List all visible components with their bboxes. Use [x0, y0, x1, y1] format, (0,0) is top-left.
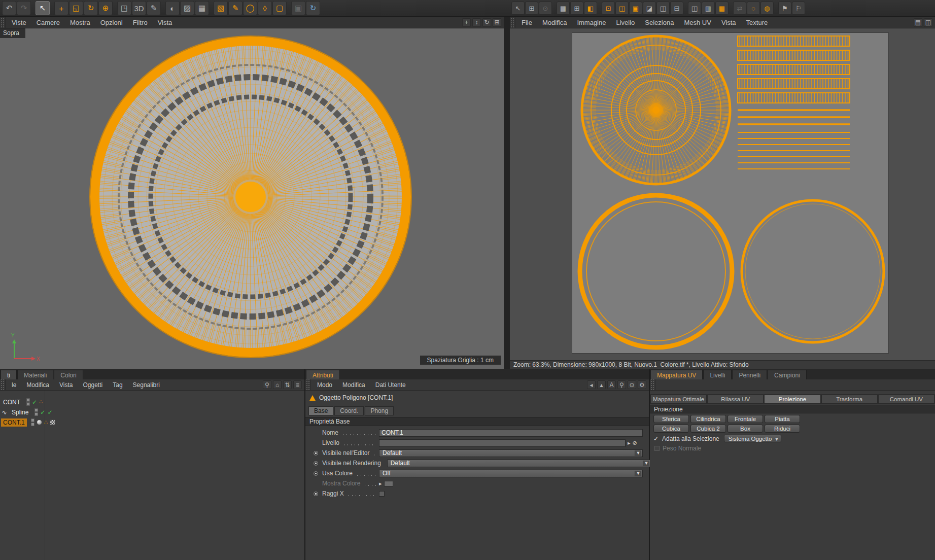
gear-icon[interactable]: ⚙ — [638, 380, 646, 389]
mode-tab-proiezione[interactable]: Proiezione — [764, 395, 820, 404]
menu-seleziona[interactable]: Seleziona — [640, 17, 679, 28]
drag-handle[interactable] — [0, 379, 6, 390]
undo-icon[interactable]: ↶ — [2, 1, 16, 15]
no-layer-icon[interactable]: ⊘ — [633, 440, 637, 446]
uv-grid-icon[interactable]: ⊞ — [525, 2, 538, 15]
menu-livello[interactable]: Livello — [611, 17, 640, 28]
live-selection-icon[interactable]: ↖ — [36, 1, 50, 15]
menu-file[interactable]: File — [516, 17, 537, 28]
menu-modifica[interactable]: Modifica — [21, 379, 54, 390]
toggle-layout-icon[interactable]: ⊞ — [493, 18, 501, 27]
animation-toggle-icon[interactable] — [314, 492, 318, 496]
layer-input[interactable] — [379, 439, 626, 447]
half-orange-icon[interactable]: ◧ — [584, 2, 597, 15]
visibility-dot[interactable] — [31, 423, 34, 426]
flag-icon[interactable]: ⚑ — [778, 2, 791, 15]
expand-arrow-icon[interactable]: ▸ — [379, 480, 382, 487]
name-input[interactable] — [379, 429, 643, 437]
zoom-view-icon[interactable]: ↕ — [472, 18, 481, 27]
drag-handle[interactable] — [305, 379, 311, 390]
projection-sferica-button[interactable]: Sferica — [653, 415, 689, 423]
object-row-spline[interactable]: ∿Spline✓✓ — [1, 407, 52, 417]
tab-campioni[interactable]: Campioni — [768, 370, 807, 379]
menu-mesh-uv[interactable]: Mesh UV — [679, 17, 716, 28]
menu-texture[interactable]: Texture — [741, 17, 773, 28]
dropdown-visibile-nell-editor[interactable]: Default▼ — [379, 449, 643, 457]
generator-icon[interactable]: ◯ — [243, 1, 257, 15]
visibility-dot[interactable] — [26, 398, 30, 402]
uv-canvas[interactable] — [572, 33, 888, 353]
uv-pointer-icon[interactable]: ↖ — [511, 2, 525, 15]
viewport-sopra[interactable]: YX Sopra Spaziatura Griglia : 1 cm — [0, 28, 504, 369]
fit-to-selection-row[interactable]: ✓ Adatta alla Selezione Sistema Oggetto … — [653, 435, 781, 442]
object-row-cont-1[interactable]: CONT.1∴ — [1, 417, 55, 427]
visibility-dot[interactable] — [31, 418, 34, 422]
view-label[interactable]: Sopra — [0, 28, 25, 38]
texture-list-icon[interactable]: ▤ — [914, 18, 922, 27]
render-view-icon[interactable]: ◐ — [165, 1, 180, 15]
scale-icon[interactable]: ◱ — [69, 1, 83, 15]
pen-3d-icon[interactable]: 3D — [132, 1, 146, 15]
animation-toggle-icon[interactable] — [314, 451, 318, 456]
object-list[interactable]: CONT✓∴∿Spline✓✓CONT.1∴ — [0, 391, 304, 560]
coordinate-system-dropdown[interactable]: Sistema Oggetto ▼ — [724, 435, 782, 442]
material-dots-icon[interactable]: ∴ — [39, 399, 43, 405]
tab-mappatura-uv[interactable]: Mappatura UV — [650, 370, 703, 379]
mirror-horizontal-icon[interactable]: ◫ — [656, 2, 670, 15]
font-size-icon[interactable]: A — [607, 380, 616, 389]
uv-cut-icon[interactable]: ◪ — [643, 2, 656, 15]
normal-weight-checkbox[interactable] — [654, 446, 660, 451]
object-name[interactable]: CONT — [1, 398, 22, 406]
visibility-dots[interactable] — [31, 418, 34, 426]
xray-checkbox[interactable] — [379, 491, 385, 497]
snap-icon[interactable]: ▣ — [291, 1, 305, 15]
layer-browse-icon[interactable]: ▸ — [628, 440, 631, 446]
uv-edge-mode-icon[interactable]: ◫ — [615, 2, 629, 15]
home-icon[interactable]: ⌂ — [273, 380, 282, 389]
visibility-dot[interactable] — [34, 412, 38, 416]
drag-handle[interactable] — [650, 379, 655, 390]
projection-piatta-button[interactable]: Piatta — [765, 415, 800, 423]
menu-vista[interactable]: Vista — [153, 17, 178, 28]
animation-toggle-icon[interactable] — [314, 461, 318, 466]
menu-opzioni[interactable]: Opzioni — [95, 17, 128, 28]
visibility-dot[interactable] — [26, 402, 30, 406]
enabled-check-icon[interactable]: ✓ — [47, 409, 52, 415]
rotate-view-icon[interactable]: ↻ — [482, 18, 491, 27]
uv-poly-mode-icon[interactable]: ▣ — [629, 2, 642, 15]
dropdown-visibile-nel-rendering[interactable]: Default▼ — [387, 460, 651, 467]
drag-handle[interactable] — [510, 17, 515, 28]
drag-handle[interactable] — [0, 17, 6, 28]
projection-cubica-2-button[interactable]: Cubica 2 — [690, 425, 726, 433]
split-view-icon[interactable]: ◫ — [924, 18, 932, 27]
projection-frontale-button[interactable]: Frontale — [728, 415, 763, 423]
menu-tag[interactable]: Tag — [108, 379, 127, 390]
swap-icon[interactable]: ⇄ — [733, 2, 746, 15]
history-back-icon[interactable]: ◂ — [587, 380, 596, 389]
menu-immagine[interactable]: Immagine — [572, 17, 611, 28]
color-swatch[interactable] — [384, 481, 393, 486]
uv-point-mode-icon[interactable]: ⊡ — [602, 2, 615, 15]
object-tab-phong[interactable]: Phong — [365, 406, 394, 415]
menu-mostra[interactable]: Mostra — [65, 17, 95, 28]
object-tab-base[interactable]: Base — [308, 406, 333, 415]
projection-cilindrica-button[interactable]: Cilindrica — [690, 415, 726, 423]
dropdown-usa-colore[interactable]: Off▼ — [379, 470, 643, 477]
layout-rows-icon[interactable]: ▥ — [702, 2, 715, 15]
object-row-cont[interactable]: CONT✓∴ — [1, 397, 43, 407]
search-icon[interactable]: ⚲ — [263, 380, 271, 389]
mode-tab-comandi-uv[interactable]: Comandi UV — [878, 395, 934, 404]
layout-grid-icon[interactable]: ▦ — [715, 2, 729, 15]
object-name[interactable]: CONT.1 — [1, 418, 27, 427]
object-tab-coord[interactable]: Coord. — [334, 406, 364, 415]
projection-box-button[interactable]: Box — [728, 425, 763, 433]
mirror-vertical-icon[interactable]: ⊟ — [670, 2, 683, 15]
scene-object-icon[interactable]: ▢ — [272, 1, 287, 15]
rotate-icon[interactable]: ↻ — [84, 1, 98, 15]
render-settings-icon[interactable]: ▨ — [180, 1, 194, 15]
cone-nav-icon[interactable]: ▴ — [597, 380, 606, 389]
tab-attributi[interactable]: Attributi — [306, 370, 340, 379]
menu-modifica[interactable]: Modifica — [537, 17, 572, 28]
dotted-circle-icon[interactable]: ◌ — [747, 2, 760, 15]
enabled-check-icon[interactable]: ✓ — [40, 409, 45, 415]
